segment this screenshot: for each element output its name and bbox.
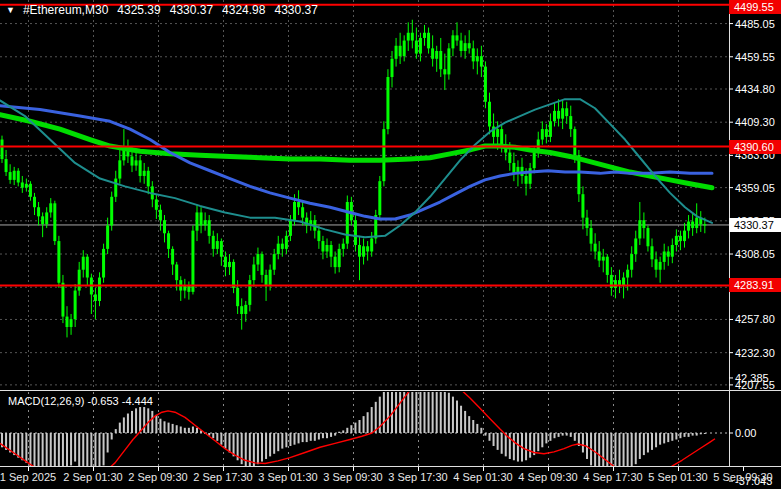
macd-bar	[549, 433, 551, 441]
macd-bar	[639, 433, 641, 459]
macd-bar	[623, 433, 625, 477]
candle-body	[663, 251, 666, 261]
macd-bar	[155, 415, 157, 433]
candle-body	[634, 238, 637, 254]
macd-bar	[62, 433, 64, 476]
macd-bar	[90, 433, 92, 480]
macd-bar	[663, 433, 665, 443]
macd-bar	[415, 379, 417, 433]
macd-bar	[602, 433, 604, 477]
macd-bar	[257, 433, 259, 464]
candle-body	[102, 249, 105, 278]
price-pane[interactable]	[0, 0, 744, 390]
candle-body	[419, 38, 422, 54]
macd-bar	[432, 382, 434, 433]
candle-body	[66, 317, 69, 327]
candle-body	[118, 160, 121, 178]
candle-body	[581, 194, 584, 217]
macd-bar	[302, 433, 304, 442]
macd-bar	[517, 433, 519, 462]
candle-body	[362, 246, 365, 256]
candle-body	[512, 163, 515, 173]
candle-body	[293, 202, 296, 220]
candle-body	[171, 249, 174, 265]
macd-bar	[501, 433, 503, 454]
macd-bar	[375, 402, 377, 433]
macd-bar	[582, 433, 584, 452]
candle-body	[277, 244, 280, 254]
candle-body	[399, 46, 402, 56]
macd-bar	[350, 425, 352, 433]
candle-body	[468, 43, 471, 48]
macd-bar	[42, 433, 44, 477]
macd-bar	[537, 433, 539, 451]
candle-body	[476, 56, 479, 61]
macd-bar	[66, 433, 68, 471]
candle-body	[326, 245, 329, 252]
candle-body	[655, 259, 658, 269]
candle-body	[378, 181, 381, 215]
macd-bar	[135, 408, 137, 433]
macd-bar	[25, 433, 27, 463]
macd-bar	[627, 433, 629, 473]
macd-bar	[659, 433, 661, 445]
macd-bar	[424, 380, 426, 433]
macd-bar	[367, 412, 369, 433]
candle-body	[155, 199, 158, 209]
candle-body	[13, 171, 16, 180]
macd-bar	[294, 433, 296, 445]
candle-body	[391, 59, 394, 77]
macd-bar	[383, 390, 385, 433]
candle-body	[204, 220, 207, 225]
candle-body	[439, 51, 442, 69]
macd-bar	[403, 378, 405, 433]
candle-body	[366, 246, 369, 251]
candle-body	[651, 246, 654, 259]
macd-bar	[212, 433, 214, 438]
candle-body	[403, 41, 406, 57]
candle-body	[488, 102, 491, 127]
candle-body	[541, 129, 544, 139]
candle-body	[330, 245, 333, 257]
macd-bar	[436, 384, 438, 433]
macd-bar	[363, 416, 365, 433]
macd-bar	[692, 433, 694, 436]
candle-body	[317, 231, 320, 241]
macd-bar	[111, 433, 113, 439]
candle-body	[614, 280, 617, 288]
macd-bar	[285, 433, 287, 447]
macd-bar	[346, 428, 348, 433]
candle-body	[687, 222, 690, 231]
macd-bar	[468, 416, 470, 433]
candle-body	[423, 33, 426, 38]
macd-bar	[131, 411, 133, 433]
macd-bar	[635, 433, 637, 464]
candle-body	[602, 257, 605, 261]
candle-body	[301, 207, 304, 217]
candle-body	[61, 283, 64, 317]
macd-bar	[318, 433, 320, 439]
chart-canvas[interactable]	[0, 0, 781, 489]
macd-bar	[671, 433, 673, 441]
macd-bar	[647, 433, 649, 452]
macd-bar	[688, 433, 690, 437]
macd-bar	[21, 433, 23, 460]
candle-body	[642, 220, 645, 228]
candle-body	[606, 257, 609, 275]
candle-body	[500, 129, 503, 145]
macd-bar	[476, 424, 478, 433]
candle-body	[265, 275, 268, 285]
candle-body	[675, 236, 678, 245]
candle-body	[435, 51, 438, 59]
candle-body	[261, 254, 264, 275]
candle-body	[646, 228, 649, 246]
macd-bar	[29, 433, 31, 467]
macd-bar	[545, 433, 547, 443]
candle-body	[346, 202, 349, 244]
macd-bar	[529, 433, 531, 458]
macd-bar	[196, 428, 198, 433]
macd-bar	[696, 433, 698, 436]
candle-body	[667, 251, 670, 256]
macd-bar	[103, 433, 105, 465]
macd-bar	[54, 433, 56, 481]
